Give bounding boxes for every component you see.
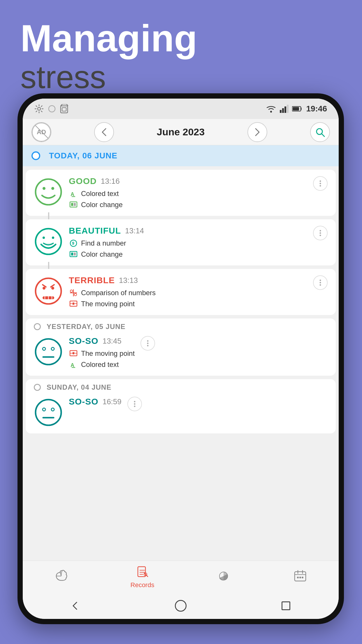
entries-list: GOOD 13:16 A Col xyxy=(23,166,339,561)
tagline-line2: stress xyxy=(20,59,197,94)
tag-label: Color change xyxy=(81,201,123,209)
ad-button[interactable]: AD xyxy=(31,122,51,142)
tag-label: Comparison of numbers xyxy=(81,289,156,297)
entry-header-row: TERRIBLE 13:13 xyxy=(69,275,307,285)
entry-body: GOOD 13:16 A Col xyxy=(69,176,307,209)
time-display: 19:46 xyxy=(306,104,327,113)
yesterday-dot xyxy=(34,323,41,330)
entry-tags: A Colored text xyxy=(69,189,307,209)
nav-item-chart[interactable] xyxy=(216,569,231,585)
nav-label-records: Records xyxy=(131,581,154,589)
forward-button[interactable] xyxy=(247,122,267,142)
tag-moving-point: The moving point xyxy=(69,299,307,309)
face-good xyxy=(34,177,63,206)
svg-point-87 xyxy=(299,577,301,578)
entry-menu-button[interactable] xyxy=(313,226,328,240)
move-icon2 xyxy=(69,349,78,358)
system-nav xyxy=(23,593,339,619)
nav-item-calendar[interactable] xyxy=(293,569,307,585)
nav-item-brain[interactable] xyxy=(54,569,68,585)
bottom-nav: Records xyxy=(23,561,339,593)
svg-rect-34 xyxy=(74,253,76,256)
svg-point-86 xyxy=(297,577,299,578)
svg-point-26 xyxy=(320,185,321,187)
tag-color-change: Color change xyxy=(69,200,307,209)
svg-text:9: 9 xyxy=(72,241,74,246)
svg-point-40 xyxy=(51,287,54,290)
home-system-button[interactable] xyxy=(173,598,188,613)
entry-tags: Comparison of numbers xyxy=(69,288,307,309)
svg-rect-32 xyxy=(70,251,77,257)
svg-point-50 xyxy=(72,302,75,305)
svg-point-24 xyxy=(320,181,321,182)
svg-rect-2 xyxy=(61,106,68,113)
svg-point-1 xyxy=(49,106,55,112)
text-icon: A xyxy=(69,189,78,198)
wifi-icon xyxy=(266,105,276,113)
face-so-so xyxy=(34,337,63,366)
entry-menu-button[interactable] xyxy=(313,176,328,191)
tagline-line1: Managing xyxy=(20,18,197,59)
svg-point-25 xyxy=(320,183,321,184)
svg-rect-82 xyxy=(295,572,306,581)
svg-rect-9 xyxy=(282,108,284,113)
entry-time: 13:45 xyxy=(103,337,122,346)
svg-point-38 xyxy=(36,278,61,304)
entry-menu-button[interactable] xyxy=(127,397,142,411)
svg-rect-33 xyxy=(71,253,73,256)
svg-point-56 xyxy=(36,339,61,365)
svg-rect-21 xyxy=(70,202,77,207)
svg-point-17 xyxy=(43,187,45,190)
search-button[interactable] xyxy=(310,122,330,142)
svg-point-18 xyxy=(51,187,54,190)
app-header: AD June 2023 xyxy=(23,119,339,145)
phone-screen: 19:46 AD June 2023 xyxy=(23,99,339,619)
svg-rect-3 xyxy=(62,108,66,111)
circle-icon xyxy=(48,105,56,113)
entry-body: BEAUTIFUL 13:14 9 xyxy=(69,226,307,259)
tag-label: The moving point xyxy=(81,349,135,358)
status-bar-right: 19:46 xyxy=(266,104,327,113)
sunday-dot xyxy=(34,384,41,391)
recents-system-button[interactable] xyxy=(279,598,293,613)
svg-point-70 xyxy=(43,408,45,411)
battery-icon xyxy=(292,106,303,112)
entry-mood: BEAUTIFUL xyxy=(69,226,121,236)
svg-point-73 xyxy=(134,401,135,402)
today-dot xyxy=(31,151,40,160)
sunday-label: SUNDAY, 04 JUNE xyxy=(47,383,111,391)
face-so-so2 xyxy=(34,398,63,427)
header-title: June 2023 xyxy=(157,126,205,138)
back-button[interactable] xyxy=(94,122,114,142)
entry-header-row: BEAUTIFUL 13:14 xyxy=(69,226,307,236)
entry-mood: SO-SO xyxy=(69,397,99,407)
move-icon xyxy=(69,299,78,309)
nav-item-records[interactable]: Records xyxy=(131,565,154,589)
calendar-icon xyxy=(293,569,307,583)
brain-icon xyxy=(54,569,68,583)
signal-icon xyxy=(280,105,289,113)
today-header: TODAY, 06 JUNE xyxy=(23,145,339,166)
entry-header-row: GOOD 13:16 xyxy=(69,176,307,186)
color-icon2 xyxy=(69,250,78,259)
tag-label: Color change xyxy=(81,250,123,258)
svg-point-57 xyxy=(43,347,45,350)
tag-label: Find a number xyxy=(81,239,126,247)
svg-point-66 xyxy=(147,340,149,342)
entry-card: TERRIBLE 13:13 xyxy=(26,269,336,315)
tag-colored-text2: A Colored text xyxy=(69,360,135,369)
svg-point-29 xyxy=(52,237,54,239)
entry-menu-button[interactable] xyxy=(140,336,155,351)
svg-point-0 xyxy=(38,107,41,110)
back-system-button[interactable] xyxy=(68,598,83,613)
tag-find-number: 9 Find a number xyxy=(69,239,307,248)
entry-time: 16:59 xyxy=(103,397,122,406)
entry-menu-button[interactable] xyxy=(313,275,328,290)
svg-point-68 xyxy=(147,345,149,346)
svg-point-58 xyxy=(51,347,54,350)
tag-label: The moving point xyxy=(81,300,135,308)
svg-line-15 xyxy=(322,134,324,136)
tag-label: Colored text xyxy=(81,360,119,369)
svg-rect-8 xyxy=(280,110,282,113)
entry-time: 13:13 xyxy=(119,276,138,285)
